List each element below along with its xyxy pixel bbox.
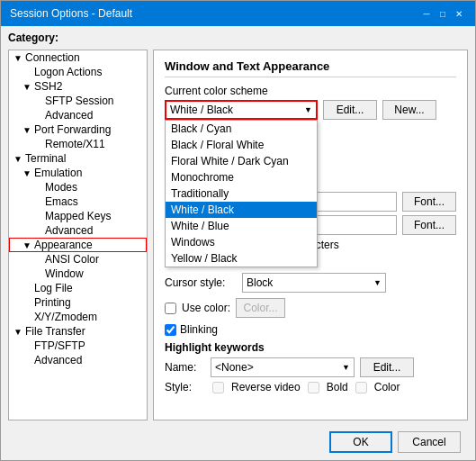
sidebar-item-remote-x11[interactable]: Remote/X11 (9, 137, 147, 151)
color-option-floral-cyan[interactable]: Floral White / Dark Cyan (166, 153, 317, 169)
color-scheme-group: Current color scheme White / Black ▼ Bla… (165, 85, 456, 120)
name-label: Name: (165, 361, 205, 374)
sidebar-item-ssh2[interactable]: ▼ SSH2 (9, 79, 147, 94)
edit-button[interactable]: Edit... (323, 100, 377, 120)
expand-icon: ▼ (13, 154, 23, 164)
use-color-label: Use color: (182, 302, 230, 314)
cursor-style-row: Cursor style: Block ▼ (165, 273, 456, 293)
color-option-white-black[interactable]: White / Black (166, 202, 317, 218)
style-label: Style: (165, 381, 205, 393)
use-color-checkbox[interactable] (165, 303, 176, 314)
sidebar-label: SFTP Session (45, 95, 113, 107)
color-scheme-dropdown-wrapper: White / Black ▼ Black / Cyan Black / Flo… (165, 100, 318, 120)
new-button[interactable]: New... (382, 100, 436, 120)
sidebar-item-file-transfer[interactable]: ▼ File Transfer (9, 324, 147, 339)
ok-button[interactable]: OK (329, 431, 392, 453)
sidebar-label: Advanced (34, 354, 82, 366)
color-button[interactable]: Color... (236, 298, 285, 318)
sidebar-item-connection[interactable]: ▼ Connection (9, 50, 147, 65)
sidebar-item-advanced3[interactable]: Advanced (9, 353, 147, 367)
expand-icon: ▼ (22, 125, 32, 135)
sidebar-label: ANSI Color (45, 253, 99, 266)
sidebar: ▼ Connection Logon Actions ▼ SSH2 SFTP S… (8, 50, 148, 420)
color-option-yellow-black[interactable]: Yellow / Black (166, 250, 317, 267)
sidebar-item-port-forwarding[interactable]: ▼ Port Forwarding (9, 122, 147, 137)
sidebar-item-logon-actions[interactable]: Logon Actions (9, 65, 147, 79)
color-option-monochrome[interactable]: Monochrome (166, 169, 317, 185)
highlight-section: Highlight keywords Name: <None> ▼ Edit..… (165, 341, 456, 393)
sidebar-item-sftp[interactable]: SFTP Session (9, 94, 147, 108)
blinking-row: Blinking (165, 323, 456, 336)
name-value: <None> (215, 361, 254, 374)
cursor-section: Cursor Cursor style: Block ▼ Use color: … (165, 257, 456, 336)
main-content: Category: ▼ Connection Logon Actions ▼ S… (1, 26, 475, 460)
sidebar-label: Advanced (45, 224, 93, 237)
sidebar-item-mapped-keys[interactable]: Mapped Keys (9, 209, 147, 223)
name-row: Name: <None> ▼ Edit... (165, 357, 456, 377)
sidebar-item-terminal[interactable]: ▼ Terminal (9, 151, 147, 166)
blinking-checkbox[interactable] (165, 324, 176, 336)
color-scheme-dropdown[interactable]: White / Black ▼ (165, 100, 318, 120)
minimize-button[interactable]: ─ (419, 6, 434, 21)
sidebar-item-modes[interactable]: Modes (9, 180, 147, 194)
font-button2[interactable]: Font... (402, 215, 456, 235)
highlight-edit-button[interactable]: Edit... (360, 357, 414, 377)
sidebar-item-ansi-color[interactable]: ANSI Color (9, 252, 147, 267)
sidebar-item-printing[interactable]: Printing (9, 295, 147, 310)
category-label: Category: (8, 32, 468, 44)
color-option-black-floral[interactable]: Black / Floral White (166, 137, 317, 153)
window-title: Session Options - Default (10, 7, 132, 20)
sidebar-label: Advanced (45, 109, 93, 122)
expand-icon: ▼ (22, 240, 32, 250)
sidebar-item-log-file[interactable]: Log File (9, 281, 147, 295)
sidebar-label: Printing (34, 296, 71, 309)
cursor-style-dropdown[interactable]: Block ▼ (242, 273, 386, 293)
use-color-row: Use color: Color... (165, 298, 456, 318)
expand-icon: ▼ (13, 327, 23, 337)
maximize-button[interactable]: □ (436, 6, 450, 21)
highlight-arrow-icon: ▼ (342, 363, 350, 372)
reverse-video-checkbox[interactable] (212, 382, 224, 393)
sidebar-label: Logon Actions (34, 66, 102, 78)
sidebar-item-advanced2[interactable]: Advanced (9, 223, 147, 238)
color-label: Color (374, 381, 400, 393)
cursor-dropdown-arrow-icon: ▼ (373, 278, 382, 287)
expand-icon: ▼ (22, 168, 32, 178)
sidebar-label: File Transfer (25, 325, 85, 338)
expand-icon: ▼ (13, 53, 23, 63)
color-option-traditionally[interactable]: Traditionally (166, 185, 317, 202)
cursor-style-value: Block (247, 276, 273, 289)
bold-checkbox[interactable] (308, 382, 319, 393)
close-button[interactable]: ✕ (452, 6, 466, 21)
font-button[interactable]: Font... (402, 192, 456, 212)
blinking-label: Blinking (180, 323, 218, 336)
sidebar-label: Connection (25, 51, 80, 64)
session-options-window: Session Options - Default ─ □ ✕ Category… (0, 0, 476, 461)
sidebar-item-xyzmodem[interactable]: X/Y/Zmodem (9, 310, 147, 324)
color-checkbox[interactable] (355, 382, 367, 393)
cancel-button[interactable]: Cancel (398, 431, 461, 453)
sidebar-item-emacs[interactable]: Emacs (9, 194, 147, 209)
sidebar-label: X/Y/Zmodem (34, 311, 97, 323)
sidebar-label: Window (45, 267, 84, 280)
reverse-video-label: Reverse video (231, 381, 301, 393)
sidebar-item-advanced[interactable]: Advanced (9, 108, 147, 122)
color-option-black-cyan[interactable]: Black / Cyan (166, 121, 317, 137)
sidebar-item-emulation[interactable]: ▼ Emulation (9, 166, 147, 180)
color-scheme-label: Current color scheme (165, 85, 456, 97)
sidebar-item-ftp-sftp[interactable]: FTP/SFTP (9, 339, 147, 353)
title-bar-controls: ─ □ ✕ (419, 6, 466, 21)
color-option-white-blue[interactable]: White / Blue (166, 218, 317, 234)
bold-label: Bold (327, 381, 348, 393)
highlight-section-title: Highlight keywords (165, 341, 456, 354)
title-bar: Session Options - Default ─ □ ✕ (1, 1, 475, 26)
sidebar-label: SSH2 (34, 80, 62, 93)
cursor-style-label: Cursor style: (165, 276, 237, 289)
sidebar-label: Port Forwarding (34, 123, 111, 136)
color-option-windows[interactable]: Windows (166, 234, 317, 250)
sidebar-item-window[interactable]: Window (9, 267, 147, 281)
name-dropdown[interactable]: <None> ▼ (211, 357, 355, 377)
sidebar-item-appearance[interactable]: ▼ Appearance (9, 238, 147, 252)
sidebar-label: Appearance (34, 239, 93, 251)
sidebar-label: Modes (45, 181, 77, 194)
